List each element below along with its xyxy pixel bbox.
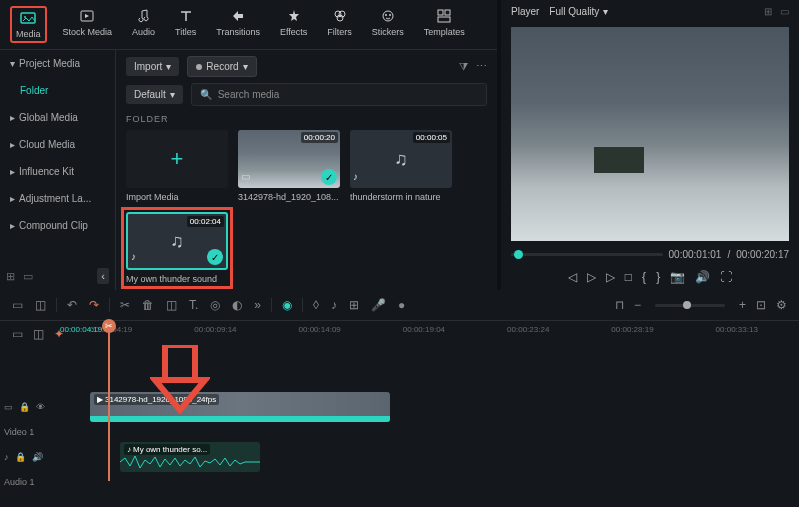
track-icon[interactable]: ◎ <box>208 296 222 314</box>
sidebar-adjustment[interactable]: ▸Adjustment La... <box>0 185 115 212</box>
snapshot-icon[interactable]: 📷 <box>670 270 685 284</box>
voice-icon[interactable]: 🎤 <box>369 296 388 314</box>
fit-icon[interactable]: ⊡ <box>754 296 768 314</box>
audio-tool-icon[interactable]: ♪ <box>329 296 339 314</box>
waveform-icon <box>120 454 260 470</box>
stop-icon[interactable]: □ <box>625 270 632 284</box>
audio-type-icon: ♪ <box>131 251 145 265</box>
plus-icon: + <box>171 146 184 172</box>
audio-type-icon: ♪ <box>353 171 367 185</box>
svg-rect-12 <box>165 345 195 380</box>
fullscreen-icon[interactable]: ⛶ <box>720 270 732 284</box>
prev-frame-icon[interactable]: ◁ <box>568 270 577 284</box>
mixer-icon[interactable]: ⊞ <box>347 296 361 314</box>
marker-icon[interactable]: ◊ <box>311 296 321 314</box>
music-icon: ♫ <box>170 231 184 252</box>
media-icon <box>20 10 36 26</box>
more-icon[interactable]: ⋯ <box>476 60 487 73</box>
media-video[interactable]: 00:00:20 ▭ ✓ 3142978-hd_1920_108... <box>238 130 340 202</box>
media-audio-1[interactable]: ♫ 00:00:05 ♪ thunderstorm in nature <box>350 130 452 202</box>
play-icon[interactable]: ▷ <box>587 270 596 284</box>
sidebar-compound[interactable]: ▸Compound Clip <box>0 212 115 239</box>
grid-view-icon[interactable]: ⊞ <box>764 6 772 17</box>
play-icon: ▶ <box>97 395 103 404</box>
chevron-right-icon: ▸ <box>10 166 15 177</box>
new-folder-icon[interactable]: ⊞ <box>6 270 15 283</box>
toolbar-filters[interactable]: Filters <box>323 6 356 43</box>
video-preview[interactable] <box>511 27 789 241</box>
select-tool-icon[interactable]: ▭ <box>10 296 25 314</box>
zoom-out-icon[interactable]: − <box>632 296 643 314</box>
media-audio-2[interactable]: ♫ 00:02:04 ♪ ✓ My own thunder sound <box>126 212 228 284</box>
delete-icon[interactable]: 🗑 <box>140 296 156 314</box>
search-input[interactable]: 🔍Search media <box>191 83 487 106</box>
redo-icon[interactable]: ↷ <box>87 296 101 314</box>
crop-tool-icon[interactable]: ◫ <box>33 296 48 314</box>
audio-icon: ♪ <box>4 452 9 462</box>
image-view-icon[interactable]: ▭ <box>780 6 789 17</box>
audio-icon <box>136 8 152 24</box>
record-tool-icon[interactable]: ● <box>396 296 407 314</box>
lock-icon[interactable]: 🔒 <box>19 402 30 412</box>
color-icon[interactable]: ◉ <box>280 296 294 314</box>
toolbar-effects[interactable]: Effects <box>276 6 311 43</box>
sidebar-project-media[interactable]: ▾Project Media <box>0 50 115 77</box>
svg-rect-10 <box>445 10 450 15</box>
media-import[interactable]: + Import Media <box>126 130 228 202</box>
mark-out-icon[interactable]: } <box>656 270 660 284</box>
toolbar-stock[interactable]: Stock Media <box>59 6 117 43</box>
sidebar-cloud[interactable]: ▸Cloud Media <box>0 131 115 158</box>
toolbar-templates[interactable]: Templates <box>420 6 469 43</box>
mark-in-icon[interactable]: { <box>642 270 646 284</box>
chevron-right-icon: ▸ <box>10 112 15 123</box>
undo-icon[interactable]: ↶ <box>65 296 79 314</box>
settings-icon[interactable]: ⚙ <box>774 296 789 314</box>
video-clip[interactable]: ▶3142978-hd_1920_1080_24fps <box>90 392 390 422</box>
next-frame-icon[interactable]: ▷ <box>606 270 615 284</box>
toolbar-audio[interactable]: Audio <box>128 6 159 43</box>
folder-icon[interactable]: ▭ <box>23 270 33 283</box>
adjust-icon[interactable]: ◐ <box>230 296 244 314</box>
video-icon: ▭ <box>4 402 13 412</box>
timeline-ruler[interactable]: ▭ ◫ ✦ 00:00:04:19 00:00:04:19 00:00:09:1… <box>0 321 799 338</box>
stock-icon <box>79 8 95 24</box>
toolbar-titles[interactable]: Titles <box>171 6 200 43</box>
sort-button[interactable]: Default▾ <box>126 85 183 104</box>
sidebar-folder[interactable]: Folder <box>0 77 115 104</box>
zoom-in-icon[interactable]: + <box>737 296 748 314</box>
sidebar-global[interactable]: ▸Global Media <box>0 104 115 131</box>
filter-icon[interactable]: ⧩ <box>459 60 468 73</box>
chevron-down-icon: ▾ <box>10 58 15 69</box>
music-icon: ♪ <box>127 445 131 454</box>
toolbar-media[interactable]: Media <box>10 6 47 43</box>
video-type-icon: ▭ <box>241 171 255 185</box>
lock-icon[interactable]: 🔒 <box>15 452 26 462</box>
speed-icon[interactable]: » <box>252 296 263 314</box>
cut-icon[interactable]: ✂ <box>118 296 132 314</box>
audio-clip[interactable]: ♪My own thunder so... <box>120 442 260 472</box>
mute-icon[interactable]: 🔊 <box>32 452 43 462</box>
collapse-icon[interactable]: ‹ <box>97 268 109 284</box>
quality-dropdown[interactable]: Full Quality▾ <box>549 6 608 17</box>
record-button[interactable]: Record▾ <box>187 56 256 77</box>
text-icon[interactable]: T. <box>187 296 200 314</box>
titles-icon <box>178 8 194 24</box>
visibility-icon[interactable]: 👁 <box>36 402 45 412</box>
sidebar-influence[interactable]: ▸Influence Kit <box>0 158 115 185</box>
chevron-down-icon: ▾ <box>603 6 608 17</box>
record-dot-icon <box>196 64 202 70</box>
playhead-cursor[interactable]: ✂ <box>108 321 110 481</box>
toolbar-transitions[interactable]: Transitions <box>212 6 264 43</box>
svg-rect-9 <box>438 10 443 15</box>
main-toolbar: Media Stock Media Audio Titles Transitio… <box>0 0 497 50</box>
toolbar-stickers[interactable]: Stickers <box>368 6 408 43</box>
import-button[interactable]: Import▾ <box>126 57 179 76</box>
crop-icon[interactable]: ◫ <box>164 296 179 314</box>
volume-icon[interactable]: 🔊 <box>695 270 710 284</box>
playhead-head-icon: ✂ <box>102 319 116 333</box>
playback-slider[interactable] <box>511 253 663 256</box>
magnet-icon[interactable]: ⊓ <box>613 296 626 314</box>
zoom-slider[interactable] <box>655 304 725 307</box>
stickers-icon <box>380 8 396 24</box>
annotation-arrow-icon <box>150 345 210 415</box>
